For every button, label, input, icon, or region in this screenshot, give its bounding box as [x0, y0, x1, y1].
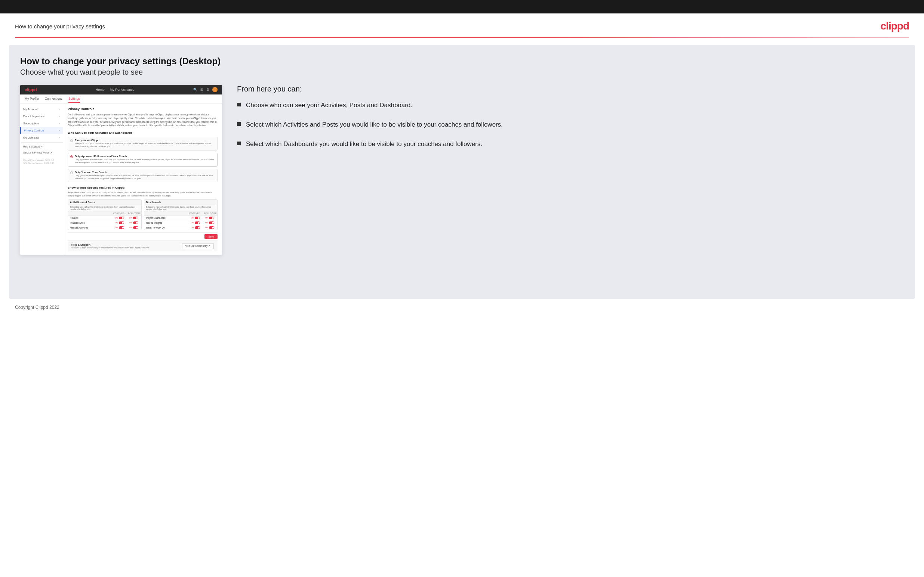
mock-radio-label-everyone: Everyone on Clippd	[75, 139, 215, 142]
mock-dashboards-desc: Select the types of activity that you'd …	[144, 205, 218, 211]
mock-radio-approved[interactable]: Only Approved Followers and Your Coach O…	[68, 153, 218, 166]
mock-toggle-pd-coaches[interactable]	[195, 217, 200, 219]
mock-toggle-manual-followers[interactable]	[133, 226, 138, 229]
mock-save-button[interactable]: Save	[204, 234, 218, 239]
mock-sidebar-helpsupport[interactable]: Help & Support ↗	[20, 144, 63, 150]
footer: Copyright Clippd 2022	[0, 299, 924, 316]
mock-toggle-drills-coaches[interactable]	[119, 221, 124, 224]
mock-save-row: Save	[68, 232, 218, 239]
mock-sidebar: My Account › Data Integrations › Subscri…	[20, 103, 63, 255]
mock-radio-group: Everyone on Clippd Everyone on Clippd ca…	[68, 137, 218, 182]
bullet-square-3	[237, 142, 241, 145]
mock-toggle-wtwo-followers[interactable]	[209, 226, 214, 229]
chevron-icon: ›	[59, 129, 60, 132]
mock-nav-home[interactable]: Home	[96, 88, 105, 92]
mock-sidebar-mygolfbag[interactable]: My Golf Bag ›	[20, 134, 63, 141]
right-panel: From here you can: Choose who can see yo…	[233, 85, 904, 148]
mock-grid-icon[interactable]: ⊞	[200, 88, 204, 92]
page-heading: How to change your privacy settings (Des…	[20, 56, 904, 66]
mock-section-title: Privacy Controls	[68, 107, 218, 111]
bullet-square-2	[237, 122, 241, 126]
mock-sidebar-version: Clippd Client Version: 2022.8.2 SQL Serv…	[20, 156, 63, 166]
mock-radio-desc-onlyyou: Only you and the coaches you connect wit…	[75, 174, 215, 181]
mock-subnav-connections[interactable]: Connections	[45, 97, 62, 103]
mock-radio-label-approved: Only Approved Followers and Your Coach	[75, 155, 215, 158]
mock-toggle-manual-activities: Manual Activities ON ON	[68, 225, 141, 230]
mock-radio-onlyyou[interactable]: Only You and Your Coach Only you and the…	[68, 169, 218, 183]
mock-toggle-section-title: Show or hide specific features in Clippd	[68, 186, 218, 189]
sidebar-divider	[20, 142, 63, 143]
mock-toggle-desc: Regardless of the privacy controls that …	[68, 191, 218, 197]
mock-dashboards-header: Dashboards	[144, 200, 218, 205]
mock-settings-icon[interactable]: ⚙	[206, 88, 209, 92]
logo: clippd	[880, 20, 909, 32]
mock-sidebar-dataintegrations[interactable]: Data Integrations ›	[20, 113, 63, 120]
mock-sidebar-myaccount[interactable]: My Account ›	[20, 106, 63, 113]
mock-activities-header: Activities and Posts	[68, 200, 141, 205]
bullet-square-1	[237, 103, 241, 106]
bullet-text-2: Select which Activities and Posts you wo…	[246, 120, 503, 129]
mock-avatar[interactable]	[212, 87, 218, 92]
top-bar	[0, 0, 924, 13]
mock-activities-desc: Select the types of activity that you'd …	[68, 205, 141, 211]
mock-sidebar-privacycontrols[interactable]: Privacy Controls ›	[20, 127, 63, 134]
mock-toggle-section: Show or hide specific features in Clippd…	[68, 186, 218, 239]
header-title: How to change your privacy settings	[15, 23, 105, 29]
mock-toggle-rounds-followers[interactable]	[133, 217, 138, 219]
mock-toggle-round-insights: Round Insights ON ON	[144, 220, 218, 225]
mock-toggle-grid: Activities and Posts Select the types of…	[68, 200, 218, 230]
mock-description: Control how you and your data appears to…	[68, 113, 218, 127]
mock-body: My Account › Data Integrations › Subscri…	[20, 103, 222, 255]
mock-toggle-manual-coaches[interactable]	[119, 226, 124, 229]
mock-toggle-ri-followers[interactable]	[209, 221, 214, 224]
mock-subnav-settings[interactable]: Settings	[68, 97, 80, 103]
mock-nav: clippd Home My Performance 🔍 ⊞ ⚙	[20, 85, 222, 95]
mock-toggle-wtwo-coaches[interactable]	[195, 226, 200, 229]
mock-radio-everyone[interactable]: Everyone on Clippd Everyone on Clippd ca…	[68, 137, 218, 150]
mock-dashboards-subheader: COACHES FOLLOWERS	[144, 211, 218, 216]
mock-toggle-pd-followers[interactable]	[209, 217, 214, 219]
mock-radio-desc-everyone: Everyone on Clippd can search for you an…	[75, 142, 215, 148]
mock-main-panel: Privacy Controls Control how you and you…	[63, 103, 222, 255]
bullet-item-1: Choose who can see your Activities, Post…	[237, 101, 900, 110]
mock-subnav-myprofile[interactable]: My Profile	[25, 97, 39, 103]
mock-nav-logo: clippd	[25, 87, 37, 92]
bullet-list: Choose who can see your Activities, Post…	[237, 101, 900, 148]
mock-radio-dot-onlyyou	[70, 171, 73, 174]
mock-nav-icons: 🔍 ⊞ ⚙	[193, 87, 218, 92]
from-here-title: From here you can:	[237, 85, 900, 93]
chevron-icon: ›	[59, 136, 60, 139]
bullet-item-3: Select which Dashboards you would like t…	[237, 140, 900, 148]
chevron-icon: ›	[59, 115, 60, 118]
mock-help-desc: Visit our Clippd community to troublesho…	[71, 247, 150, 249]
header: How to change your privacy settings clip…	[0, 13, 924, 37]
mock-help-row: Help & Support Visit our Clippd communit…	[68, 240, 218, 251]
mock-activities-col: Activities and Posts Select the types of…	[68, 200, 142, 230]
mock-radio-desc-approved: Only approved followers and coaches you …	[75, 158, 215, 164]
page-subheading: Choose what you want people to see	[20, 68, 904, 77]
copyright-text: Copyright Clippd 2022	[15, 305, 60, 310]
mock-radio-dot-approved	[70, 155, 73, 158]
mock-visit-community-button[interactable]: Visit Our Community ↗	[182, 243, 214, 249]
two-col-layout: clippd Home My Performance 🔍 ⊞ ⚙ My Prof…	[20, 85, 904, 255]
mock-sidebar-privacypolicy[interactable]: Service & Privacy Policy ↗	[20, 150, 63, 156]
mock-activities-subheader: COACHES FOLLOWERS	[68, 211, 141, 216]
bullet-text-3: Select which Dashboards you would like t…	[246, 140, 482, 148]
mock-help-title: Help & Support	[71, 243, 150, 246]
mock-toggle-rounds-coaches[interactable]	[119, 217, 124, 219]
mock-search-icon[interactable]: 🔍	[193, 88, 197, 92]
mock-subnav: My Profile Connections Settings	[20, 95, 222, 103]
mock-who-can-see-title: Who Can See Your Activities and Dashboar…	[68, 131, 218, 134]
mock-toggle-drills-followers[interactable]	[133, 221, 138, 224]
mock-nav-links: Home My Performance	[96, 88, 134, 92]
mock-nav-performance[interactable]: My Performance	[110, 88, 134, 92]
main-content: How to change your privacy settings (Des…	[9, 45, 915, 299]
bullet-item-2: Select which Activities and Posts you wo…	[237, 120, 900, 129]
bullet-text-1: Choose who can see your Activities, Post…	[246, 101, 412, 110]
mock-toggle-practice-drills: Practice Drills ON ON	[68, 220, 141, 225]
mock-toggle-what-to-work-on: What To Work On ON ON	[144, 225, 218, 230]
mock-sidebar-subscription[interactable]: Subscription ›	[20, 120, 63, 127]
chevron-icon: ›	[59, 108, 60, 111]
mock-toggle-ri-coaches[interactable]	[195, 221, 200, 224]
screenshot-mockup: clippd Home My Performance 🔍 ⊞ ⚙ My Prof…	[20, 85, 222, 255]
